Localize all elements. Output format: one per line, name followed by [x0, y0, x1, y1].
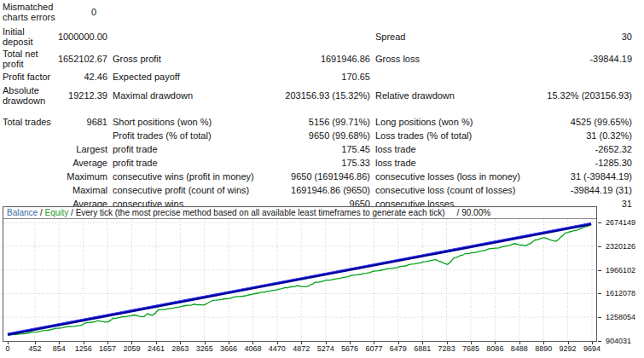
report-value	[57, 129, 107, 142]
balance-equity-graph	[3, 219, 596, 341]
report-value: 30	[522, 26, 632, 47]
report-label	[3, 142, 57, 156]
report-label: profit trade	[107, 142, 257, 156]
report-value: 175.33	[257, 156, 370, 170]
report-label	[3, 183, 57, 197]
legend-separator: /	[68, 208, 75, 217]
report-value: 4525 (99.65%)	[522, 115, 632, 129]
report-value	[522, 70, 632, 84]
report-spacer-row	[3, 107, 632, 115]
report-value	[257, 0, 370, 23]
report-label	[107, 0, 257, 23]
report-value: Maximum	[57, 170, 107, 183]
report-row: Total trades9681Short positions (won %)5…	[3, 115, 632, 129]
report-label: consecutive loss (count of losses)	[370, 183, 522, 197]
report-label: Total trades	[3, 115, 57, 129]
report-row: Absolute drawdown19212.39Maximal drawdow…	[3, 84, 632, 107]
equity-chart: Balance / Equity / Every tick (the most …	[3, 206, 642, 358]
report-label: consecutive profit (count of wins)	[107, 183, 257, 197]
report-value: Largest	[57, 142, 107, 156]
y-tick-mark	[598, 341, 601, 342]
y-tick-mark	[598, 317, 601, 318]
report-label: loss trade	[370, 142, 522, 156]
y-tick-mark	[598, 293, 601, 294]
report-value: 1652102.67	[57, 47, 107, 70]
report-value	[522, 0, 632, 23]
chart-plot-area	[3, 219, 596, 341]
report-label	[370, 70, 522, 84]
report-row: Total net profit1652102.67Gross profit16…	[3, 47, 632, 70]
balance-line-highlight	[8, 222, 591, 333]
report-value: 175.45	[257, 142, 370, 156]
balance-line	[8, 224, 591, 335]
equity-legend-label: Equity	[44, 208, 68, 217]
report-label: loss trade	[370, 156, 522, 170]
y-tick-label: 1258054	[606, 313, 635, 321]
y-tick-mark	[598, 270, 601, 271]
report-value	[257, 26, 370, 47]
report-row: Averageprofit trade175.33loss trade-1285…	[3, 156, 632, 170]
report-label: Mismatched charts errors	[3, 0, 57, 23]
report-label: Profit factor	[3, 70, 57, 84]
report-value: -2652.32	[522, 142, 632, 156]
report-label: Gross profit	[107, 47, 257, 70]
report-label	[370, 0, 522, 23]
report-value: -39844.19	[522, 47, 632, 70]
report-value: 5156 (99.71%)	[257, 115, 370, 129]
report-value: Maximal	[57, 183, 107, 197]
chart-frame: Balance / Equity / Every tick (the most …	[3, 206, 597, 342]
report-label: Maximal drawdown	[107, 84, 257, 107]
report-label: Short positions (won %)	[107, 115, 257, 129]
report-value: 9650 (1691946.86)	[257, 170, 370, 183]
y-tick-label: 1612078	[606, 289, 635, 297]
report-label: Relative drawdown	[370, 84, 522, 107]
report-value: Average	[57, 156, 107, 170]
y-tick-label: 2320126	[606, 242, 635, 251]
report-label: profit trade	[107, 156, 257, 170]
report-row: Mismatched charts errors0	[3, 0, 632, 23]
report-value: 0	[57, 0, 107, 23]
report-value: -1285.30	[522, 156, 632, 170]
report-value: 170.65	[257, 70, 370, 84]
report-label: Total net profit	[3, 47, 57, 70]
report-label	[3, 156, 57, 170]
y-tick-label: 904031	[606, 337, 631, 345]
report-label: Gross loss	[370, 47, 522, 70]
balance-legend-label: Balance	[7, 208, 38, 217]
report-label: Long positions (won %)	[370, 115, 522, 129]
report-value: 42.46	[57, 70, 107, 84]
report-label: Initial deposit	[3, 26, 57, 47]
y-tick-mark	[598, 222, 601, 223]
report-row: Profit trades (% of total)9650 (99.68%)L…	[3, 129, 632, 142]
report-label: Spread	[370, 26, 522, 47]
report-label: Profit trades (% of total)	[107, 129, 257, 142]
report-value: 9650 (99.68%)	[257, 129, 370, 142]
report-row: Profit factor42.46Expected payoff170.65	[3, 70, 632, 84]
report-row: Maximumconsecutive wins (profit in money…	[3, 170, 632, 183]
x-tick-label: 9694	[577, 344, 606, 353]
report-label	[3, 170, 57, 183]
x-tick-label: 0	[0, 344, 22, 353]
report-value: 31 (-39844.19)	[522, 170, 632, 183]
y-tick-label: 2674149	[606, 218, 635, 227]
report-label: Expected payoff	[107, 70, 257, 84]
modelling-quality-label: / 90.00%	[457, 208, 490, 217]
report-value: 9681	[57, 115, 107, 129]
report-row: Initial deposit1000000.00Spread30	[3, 26, 632, 47]
report-value: -39844.19 (31)	[522, 183, 632, 197]
report-value: 19212.39	[57, 84, 107, 107]
strategy-tester-report-table: Mismatched charts errors0Initial deposit…	[3, 0, 632, 211]
report-label	[3, 129, 57, 142]
report-value: 15.32% (203156.93)	[522, 84, 632, 107]
report-value: 203156.93 (15.32%)	[257, 84, 370, 107]
y-tick-mark	[598, 246, 601, 247]
report-label: consecutive losses (loss in money)	[370, 170, 522, 183]
report-row: Largestprofit trade175.45loss trade-2652…	[3, 142, 632, 156]
report-label	[107, 26, 257, 47]
chart-legend: Balance / Equity / Every tick (the most …	[3, 207, 596, 219]
model-method-label: Every tick (the most precise method base…	[76, 208, 445, 217]
report-value: 1691946.86 (9650)	[257, 183, 370, 197]
report-value: 1000000.00	[57, 26, 107, 47]
report-value: 31 (0.32%)	[522, 129, 632, 142]
report-row: Maximalconsecutive profit (count of wins…	[3, 183, 632, 197]
